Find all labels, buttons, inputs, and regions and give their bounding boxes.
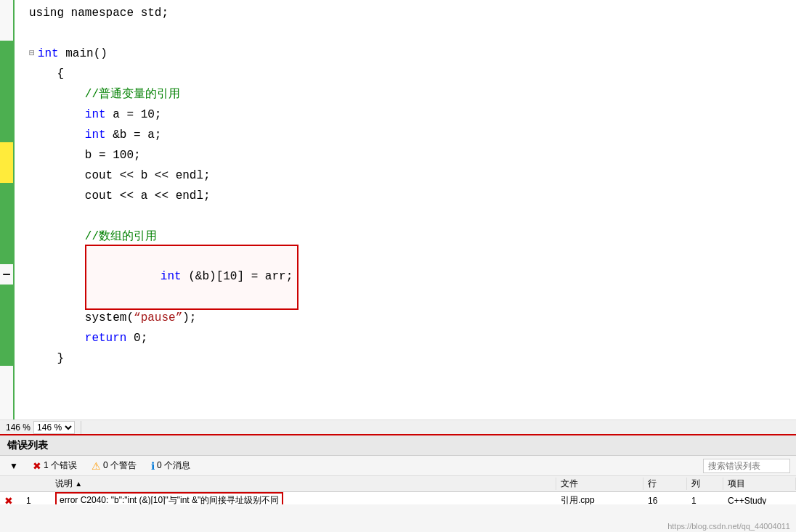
kw-int-b: int	[85, 125, 106, 145]
margin-green-10	[0, 183, 13, 203]
error-row-num: 1	[22, 496, 51, 504]
col-header-project[interactable]: 项目	[723, 478, 796, 490]
filter-dropdown-btn[interactable]: ▼	[6, 459, 22, 472]
margin-green-13	[0, 244, 13, 264]
watermark: https://blog.csdn.net/qq_44004011	[667, 522, 790, 531]
line-indent-cout1	[29, 165, 85, 186]
margin-green-11	[0, 203, 13, 224]
code-line-brace-close: }	[29, 348, 796, 369]
error-row-error-icon: ✖	[4, 495, 13, 504]
error-table: 说明 ▲ 文件 行 列 项目 ✖ 1 error C2040: "b":"int…	[0, 476, 796, 504]
error-panel-footer: https://blog.csdn.net/qq_44004011	[0, 504, 796, 533]
code-line-cout1: cout << b << endl;	[29, 165, 796, 186]
error-panel-title: 错误列表	[7, 439, 48, 452]
zoom-value: 146 %	[6, 422, 31, 433]
line-indent-b100	[29, 145, 85, 165]
cout1: cout << b << endl;	[85, 165, 211, 186]
code-line-brace-open: {	[29, 64, 796, 84]
code-line-b100: b = 100;	[29, 145, 796, 165]
info-filter-btn[interactable]: ℹ 0 个消息	[147, 458, 194, 473]
info-count-label: 0 个消息	[157, 459, 190, 472]
error-panel-toolbar: ▼ ✖ 1 个错误 ⚠ 0 个警告 ℹ 0 个消息	[0, 456, 796, 476]
margin-cell-2	[0, 20, 13, 41]
error-panel: 错误列表 ▼ ✖ 1 个错误 ⚠ 0 个警告 ℹ 0 个消息 说明 ▲ 文件	[0, 434, 796, 532]
margin-cell-1	[0, 0, 13, 20]
main-text: main()	[59, 44, 107, 64]
brace-open: {	[29, 64, 64, 84]
kw-int-a: int	[85, 105, 106, 125]
col-header-col[interactable]: 列	[687, 478, 723, 490]
b-decl: &b = a;	[106, 125, 162, 145]
error-row-file: 引用.cpp	[556, 494, 643, 504]
code-container: — using namespace std; ⊟int main() {	[0, 0, 796, 420]
error-row-col: 1	[687, 496, 723, 504]
margin-green-15	[0, 285, 13, 305]
scrollbar-area: 146 % 146 % 100 % 75 %	[0, 420, 796, 434]
arr-ref-decl: (&b)[10] = arr;	[182, 270, 293, 283]
col-header-file[interactable]: 文件	[556, 478, 643, 490]
return-val: 0;	[126, 328, 147, 348]
margin-green-12	[0, 224, 13, 244]
code-line-comment1: //普通变量的引用	[29, 84, 796, 105]
zoom-control: 146 % 146 % 100 % 75 %	[0, 421, 81, 434]
error-circle-icon: ✖	[33, 460, 41, 472]
line-text-1: using namespace std;	[29, 3, 168, 23]
brace-close: }	[29, 348, 64, 369]
line-indent-b	[29, 125, 85, 145]
margin-green-18	[0, 345, 13, 366]
a-decl: a = 10;	[106, 105, 162, 125]
margin-yellow-8	[0, 142, 13, 163]
system-close: );	[182, 308, 196, 328]
line-indent-cout2	[29, 186, 85, 206]
left-margin: —	[0, 0, 15, 420]
system-call: system(	[85, 308, 134, 328]
error-description-box: error C2040: "b":"int (&)[10]"与"int &"的间…	[55, 492, 283, 504]
error-row-1[interactable]: ✖ 1 error C2040: "b":"int (&)[10]"与"int …	[0, 492, 796, 504]
code-line-arr-ref: int (&b)[10] = arr;	[29, 267, 796, 287]
col-header-line[interactable]: 行	[643, 478, 687, 490]
keyword-int-main: int	[38, 44, 59, 64]
code-line-1: using namespace std;	[29, 3, 796, 23]
margin-green-17	[0, 325, 13, 345]
kw-int-arrref: int	[161, 270, 182, 283]
line-indent-sys	[29, 308, 85, 328]
string-pause: “pause”	[134, 308, 182, 328]
line-indent-ret	[29, 328, 85, 348]
line-indent-arr	[29, 247, 85, 267]
margin-green-4	[0, 61, 13, 81]
code-line-cout2: cout << a << endl;	[29, 186, 796, 206]
error-description-text: error C2040: "b":"int (&)[10]"与"int &"的间…	[60, 495, 279, 504]
code-line-blank3	[29, 287, 796, 308]
warning-filter-btn[interactable]: ⚠ 0 个警告	[88, 458, 140, 473]
code-lines: using namespace std; ⊟int main() { //普通变…	[15, 0, 796, 420]
error-table-header: 说明 ▲ 文件 行 列 项目	[0, 476, 796, 492]
col-header-desc[interactable]: 说明 ▲	[51, 478, 556, 490]
info-icon: ℹ	[151, 460, 155, 472]
error-filter-btn[interactable]: ✖ 1 个错误	[29, 458, 81, 473]
code-line-comment2: //数组的引用	[29, 226, 796, 247]
zoom-select[interactable]: 146 % 100 % 75 %	[33, 421, 75, 434]
line-indent-arr-ref	[29, 267, 85, 287]
line-indent-a	[29, 105, 85, 125]
cout2: cout << a << endl;	[85, 186, 211, 206]
margin-green-3	[0, 41, 13, 61]
error-row-desc: error C2040: "b":"int (&)[10]"与"int &"的间…	[51, 492, 556, 504]
code-line-system: system(“pause”);	[29, 308, 796, 328]
b100: b = 100;	[85, 145, 141, 165]
error-panel-header: 错误列表	[0, 435, 796, 456]
error-search-input[interactable]	[703, 459, 790, 473]
filter-arrow-icon: ▼	[9, 461, 18, 471]
editor-area: — using namespace std; ⊟int main() {	[0, 0, 796, 434]
margin-yellow-9	[0, 163, 13, 183]
code-line-main: ⊟int main()	[29, 44, 796, 64]
code-line-blank2	[29, 206, 796, 226]
code-line-blank	[29, 23, 796, 44]
warning-count-label: 0 个警告	[103, 459, 137, 472]
code-line-b: int &b = a;	[29, 125, 796, 145]
error-row-project: C++Study	[723, 496, 796, 504]
error-row-icon: ✖	[0, 495, 22, 504]
error-row-line: 16	[643, 496, 687, 504]
warning-icon: ⚠	[92, 460, 101, 472]
code-line-a: int a = 10;	[29, 105, 796, 125]
comment-1: //普通变量的引用	[29, 84, 180, 105]
